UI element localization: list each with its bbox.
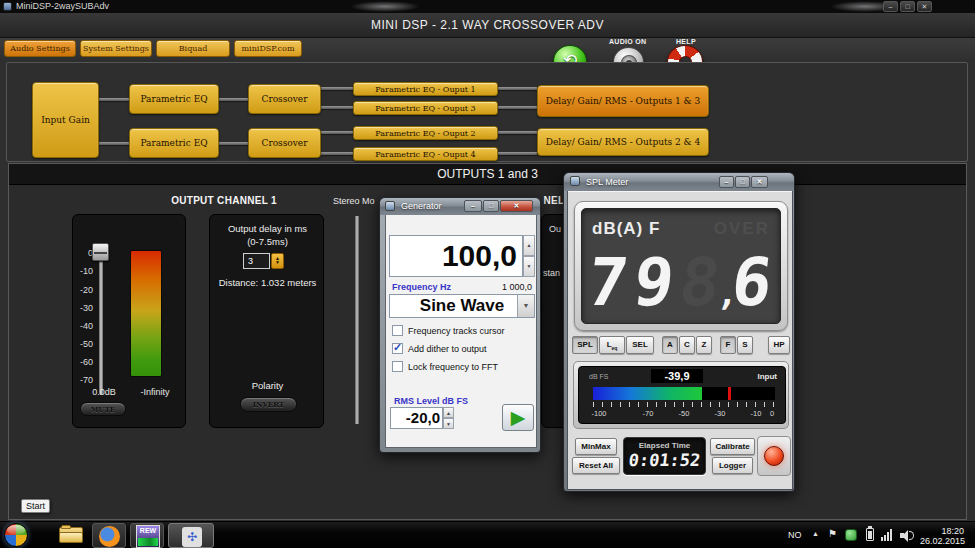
reset-all-button[interactable]: Reset All bbox=[572, 457, 620, 474]
taskbar-firefox-icon[interactable] bbox=[92, 523, 126, 548]
checkbox-lock-fft[interactable]: ✓ bbox=[392, 361, 403, 372]
frequency-display[interactable]: 100,0 bbox=[389, 235, 523, 277]
app-titlebar[interactable]: MiniDSP-2waySUBAdv – □ ✕ bbox=[0, 0, 975, 13]
block-delay-outputs-2-4[interactable]: Delay/ Gain/ RMS - Outputs 2 & 4 bbox=[537, 128, 709, 156]
start-button[interactable] bbox=[4, 523, 28, 547]
distance-label: Distance: 1.032 meters bbox=[210, 277, 325, 288]
clock[interactable]: 18:20 26.02.2015 bbox=[920, 526, 964, 546]
checkbox-add-dither[interactable]: ✓ bbox=[392, 343, 403, 354]
gain-fader-track[interactable] bbox=[99, 247, 103, 395]
block-eq-output-4[interactable]: Parametric EQ - Ouput 4 bbox=[353, 147, 498, 161]
delay-input[interactable]: 3 bbox=[243, 253, 270, 269]
rms-level-label: RMS Level dB FS bbox=[394, 396, 468, 406]
invert-button[interactable]: INVERT bbox=[240, 397, 297, 412]
block-eq-output-2[interactable]: Parametric EQ - Ouput 2 bbox=[353, 126, 498, 140]
frequency-up-icon[interactable]: ▲ bbox=[523, 235, 535, 256]
fast-button[interactable]: F bbox=[720, 336, 736, 354]
minimize-icon[interactable]: – bbox=[719, 176, 734, 188]
taskbar-minidsp-icon[interactable]: ✣ bbox=[168, 523, 214, 548]
minimize-icon[interactable]: – bbox=[464, 200, 482, 212]
leq-button[interactable]: Leq bbox=[599, 336, 625, 354]
minimize-icon[interactable]: – bbox=[883, 1, 898, 12]
waveform-dropdown[interactable]: Sine Wave ▼ bbox=[389, 294, 535, 318]
tab-biquad-calculator[interactable]: Biquad Calculator bbox=[156, 40, 230, 57]
checkbox-tracks-cursor[interactable]: ✓ bbox=[392, 325, 403, 336]
close-icon[interactable]: ✕ bbox=[917, 1, 932, 12]
block-parametric-eq-2[interactable]: Parametric EQ bbox=[129, 128, 219, 158]
elapsed-time-label: Elapsed Time bbox=[624, 441, 705, 450]
scale-label: -100 bbox=[591, 409, 606, 418]
frequency-down-icon[interactable]: ▼ bbox=[523, 256, 535, 277]
over-indicator: OVER bbox=[714, 219, 770, 239]
level-meter-gradient bbox=[130, 250, 162, 377]
mute-button[interactable]: MUTE bbox=[80, 402, 126, 416]
distance-label-fragment: stan bbox=[543, 268, 565, 278]
rms-level-value: -20,0 bbox=[391, 408, 442, 428]
spl-titlebar[interactable]: SPL Meter – □ ✕ bbox=[564, 173, 794, 191]
tray-language[interactable]: NO bbox=[788, 530, 802, 540]
play-button[interactable]: ▶ bbox=[502, 404, 534, 431]
tab-minidsp-com[interactable]: miniDSP.com bbox=[234, 40, 302, 57]
polarity-label: Polarity bbox=[210, 380, 325, 391]
maximize-icon[interactable]: □ bbox=[483, 200, 499, 212]
slow-button[interactable]: S bbox=[737, 336, 753, 354]
scale-label: -10 bbox=[751, 409, 762, 418]
block-crossover-2[interactable]: Crossover bbox=[248, 128, 321, 158]
rms-level-input[interactable]: -20,0 bbox=[390, 407, 443, 429]
block-delay-outputs-1-3[interactable]: Delay/ Gain/ RMS - Outputs 1 & 3 bbox=[537, 85, 709, 117]
sel-button[interactable]: SEL bbox=[626, 336, 654, 354]
logger-button[interactable]: Logger bbox=[712, 457, 753, 474]
record-button[interactable] bbox=[757, 436, 791, 476]
spl-window-icon bbox=[570, 176, 580, 186]
tick-label: -70 bbox=[73, 375, 93, 385]
tab-system-settings[interactable]: System Settings bbox=[80, 40, 152, 57]
calibrate-button[interactable]: Calibrate bbox=[710, 438, 755, 455]
rms-down-icon[interactable]: ▼ bbox=[443, 418, 454, 429]
scale-label: -50 bbox=[679, 409, 690, 418]
audio-on-label: AUDIO ON bbox=[609, 38, 646, 45]
z-weighting-button[interactable]: Z bbox=[696, 336, 712, 354]
block-crossover-1[interactable]: Crossover bbox=[248, 84, 321, 114]
volume-speaker-icon[interactable] bbox=[900, 529, 914, 542]
c-weighting-button[interactable]: C bbox=[679, 336, 695, 354]
block-eq-output-1[interactable]: Parametric EQ - Ouput 1 bbox=[353, 82, 498, 96]
hp-button[interactable]: HP bbox=[768, 336, 790, 354]
delay-stepper[interactable]: ▲▼ bbox=[271, 253, 284, 269]
aero-glow bbox=[350, 1, 420, 12]
taskbar-explorer-icon[interactable] bbox=[54, 523, 90, 548]
weighting-mode: dB(A) F bbox=[592, 219, 660, 239]
tab-row: Audio Settings System Settings Biquad Ca… bbox=[0, 38, 975, 62]
clock-date: 26.02.2015 bbox=[920, 536, 964, 546]
minmax-button[interactable]: MinMax bbox=[575, 438, 617, 455]
spl-lcd: dB(A) F OVER 7 9 8 , 6 bbox=[581, 208, 781, 324]
generator-titlebar[interactable]: Generator – □ ✕ bbox=[380, 198, 540, 215]
input-label: Input bbox=[757, 372, 777, 381]
block-eq-output-3[interactable]: Parametric EQ - Ouput 3 bbox=[353, 101, 498, 115]
maximize-icon[interactable]: □ bbox=[735, 176, 750, 188]
spl-lcd-bezel: dB(A) F OVER 7 9 8 , 6 bbox=[574, 201, 788, 331]
elapsed-time-value: 0:01:52 bbox=[623, 450, 706, 470]
gain-fader-handle[interactable] bbox=[92, 243, 109, 261]
close-icon[interactable]: ✕ bbox=[751, 176, 768, 188]
generator-body: 100,0 ▲ ▼ Frequency Hz 1 000,0 Sine Wave… bbox=[385, 215, 537, 448]
connector bbox=[498, 87, 537, 90]
start-tooltip: Start bbox=[21, 499, 50, 513]
spl-button[interactable]: SPL bbox=[572, 336, 598, 354]
maximize-icon[interactable]: □ bbox=[900, 1, 915, 12]
tab-audio-settings[interactable]: Audio Settings bbox=[4, 40, 76, 57]
chevron-down-icon[interactable]: ▼ bbox=[517, 295, 534, 317]
level-fill bbox=[593, 387, 702, 400]
tray-expand-icon[interactable]: ▲ bbox=[812, 530, 819, 537]
action-center-flag-icon[interactable]: ⚑ bbox=[828, 528, 837, 539]
record-icon bbox=[764, 446, 784, 466]
block-parametric-eq-1[interactable]: Parametric EQ bbox=[129, 84, 219, 114]
frequency-max: 1 000,0 bbox=[502, 282, 532, 292]
battery-icon[interactable] bbox=[866, 528, 874, 541]
rms-up-icon[interactable]: ▲ bbox=[443, 407, 454, 418]
close-icon[interactable]: ✕ bbox=[500, 200, 533, 212]
network-signal-icon[interactable] bbox=[881, 529, 895, 541]
tray-green-app-icon[interactable] bbox=[845, 529, 857, 541]
block-input-gain[interactable]: Input Gain bbox=[32, 82, 99, 158]
taskbar-rew-icon[interactable]: REW bbox=[130, 523, 164, 548]
a-weighting-button[interactable]: A bbox=[662, 336, 678, 354]
